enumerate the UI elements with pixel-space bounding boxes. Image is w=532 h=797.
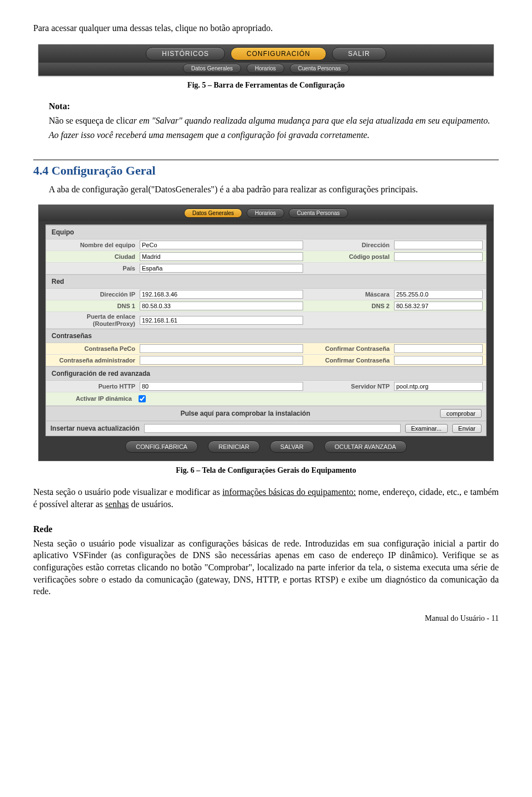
config-figure: Datos Generales Horarios Cuenta Personas… [38, 205, 494, 461]
subtab-cuenta-personas[interactable]: Cuenta Personas [290, 64, 349, 73]
p6c: de usuários. [129, 499, 173, 509]
label-dns1: DNS 1 [49, 303, 140, 310]
input-gateway[interactable] [140, 316, 303, 325]
btn-reiniciar[interactable]: REINICIAR [208, 441, 260, 453]
label-ciudad: Ciudad [49, 253, 140, 260]
config-subtabs: Datos Generales Horarios Cuenta Personas [39, 205, 493, 221]
input-mask[interactable] [394, 290, 483, 299]
input-dns2[interactable] [394, 302, 483, 310]
nota-line1-plain: Não se esqueça de clic [49, 116, 129, 125]
page-footer: Manual do Usuário - 11 [33, 614, 499, 623]
row-pass-peco: Contraseña PeCo Confirmar Contraseña [46, 343, 486, 355]
label-ip: Dirección IP [49, 291, 140, 298]
row-install-check: Pulse aquí para comprobar la instalación… [46, 406, 486, 421]
tab-salir[interactable]: SALIR [332, 47, 386, 60]
examinar-button[interactable]: Examinar... [405, 424, 448, 433]
btn-salvar[interactable]: SALVAR [270, 441, 314, 453]
label-nombre: Nombre del equipo [49, 242, 140, 249]
nota-label: Nota: [49, 100, 499, 113]
row-ciudad: Ciudad Código postal [46, 251, 486, 263]
label-pass-admin-confirm: Confirmar Contraseña [312, 357, 394, 364]
input-pass-admin[interactable] [140, 356, 303, 365]
input-update-file[interactable] [144, 424, 401, 433]
input-ip[interactable] [140, 290, 303, 299]
nota-line1: Não se esqueça de clicar em "Salvar" qua… [49, 115, 499, 127]
row-ip: Dirección IP Máscara [46, 289, 486, 300]
input-ntp[interactable] [394, 382, 483, 391]
subtab-horarios[interactable]: Horarios [247, 64, 284, 73]
section-divider [33, 160, 499, 160]
row-dns: DNS 1 DNS 2 [46, 300, 486, 312]
tab-historicos[interactable]: HISTÓRICOS [146, 47, 225, 60]
label-dynip: Activar IP dinámica [46, 395, 136, 402]
toolbar-figure: HISTÓRICOS CONFIGURACIÓN SALIR Datos Gen… [38, 44, 494, 76]
toolbar-main-row: HISTÓRICOS CONFIGURACIÓN SALIR [39, 45, 493, 63]
checkbox-dynip[interactable] [139, 395, 146, 402]
input-direccion[interactable] [394, 241, 483, 249]
config-subtab-horarios[interactable]: Horarios [247, 208, 284, 218]
input-pass-peco-confirm[interactable] [394, 344, 483, 353]
label-gateway: Puerta de enlace (Router/Proxy) [49, 313, 140, 327]
label-pass-admin: Contraseña administrador [49, 357, 140, 364]
row-nombre: Nombre del equipo Dirección [46, 239, 486, 251]
update-label: Insertar nueva actualización [50, 425, 140, 432]
label-mask: Máscara [312, 291, 394, 298]
label-pass-peco: Contraseña PeCo [49, 345, 140, 352]
nota-line1-italic: ar em "Salvar" quando realizada alguma m… [129, 116, 490, 125]
input-ciudad[interactable] [140, 252, 303, 261]
config-subtab-datos[interactable]: Datos Generales [184, 208, 242, 218]
row-pass-admin: Contraseña administrador Confirmar Contr… [46, 355, 486, 366]
install-msg: Pulse aquí para comprobar la instalación [50, 410, 440, 417]
bottom-buttons: CONFIG.FABRICA REINICIAR SALVAR OCULTAR … [39, 436, 493, 453]
row-pais: País [46, 263, 486, 274]
input-cp[interactable] [394, 252, 483, 261]
nota-line2: Ao fazer isso você receberá uma mensagem… [49, 129, 499, 141]
group-contrasenas-header: Contraseñas [46, 329, 486, 343]
input-nombre[interactable] [140, 241, 303, 249]
input-pass-peco[interactable] [140, 344, 303, 353]
input-pais[interactable] [140, 264, 303, 273]
group-avanzada-header: Configuración de red avanzada [46, 366, 486, 381]
label-http: Puerto HTTP [49, 383, 140, 390]
row-gateway: Puerta de enlace (Router/Proxy) [46, 312, 486, 329]
row-http: Puerto HTTP Servidor NTP [46, 381, 486, 392]
btn-ocultar-avanzada[interactable]: OCULTAR AVANZADA [324, 441, 407, 453]
subtab-datos-generales[interactable]: Datos Generales [183, 64, 241, 73]
input-http[interactable] [140, 382, 303, 391]
config-body: Equipo Nombre del equipo Dirección Ciuda… [45, 224, 487, 436]
rede-title: Rede [33, 523, 499, 535]
intro-paragraph: Para acessar qualquer uma dessas telas, … [33, 22, 499, 34]
section-44-paragraph: A aba de configuração geral("DatosGenera… [49, 183, 499, 196]
p6a: Nesta seção o usuário pode visualizar e … [33, 487, 222, 497]
btn-config-fabrica[interactable]: CONFIG.FABRICA [125, 441, 198, 453]
label-pass-peco-confirm: Confirmar Contraseña [312, 345, 394, 352]
group-equipo-header: Equipo [46, 225, 486, 239]
group-red-header: Red [46, 274, 486, 289]
section-44-title: 4.4 Configuração Geral [33, 164, 499, 178]
para-after-fig6: Nesta seção o usuário pode visualizar e … [33, 486, 499, 510]
p6u2: senhas [105, 499, 129, 509]
input-dns1[interactable] [140, 302, 303, 310]
toolbar-sub-row: Datos Generales Horarios Cuenta Personas [39, 63, 493, 75]
row-dynip: Activar IP dinámica [46, 392, 486, 406]
config-subtab-cuenta[interactable]: Cuenta Personas [289, 208, 348, 218]
label-pais: País [49, 265, 140, 272]
tab-configuracion[interactable]: CONFIGURACIÓN [231, 47, 326, 60]
label-cp: Código postal [312, 253, 394, 260]
fig5-caption: Fig. 5 – Barra de Ferramentas de Configu… [33, 80, 499, 91]
rede-body: Nesta seção o usuário pode visualizar as… [33, 538, 499, 597]
fig6-caption: Fig. 6 – Tela de Configurações Gerais do… [33, 466, 499, 476]
label-direccion: Dirección [312, 242, 394, 248]
label-ntp: Servidor NTP [312, 383, 394, 390]
label-dns2: DNS 2 [312, 303, 394, 309]
p6u1: informações básicas do equipamento: [222, 487, 356, 497]
enviar-button[interactable]: Enviar [452, 424, 482, 433]
row-update: Insertar nueva actualización Examinar...… [46, 421, 486, 436]
input-pass-admin-confirm[interactable] [394, 356, 483, 365]
comprobar-button[interactable]: comprobar [440, 409, 482, 418]
